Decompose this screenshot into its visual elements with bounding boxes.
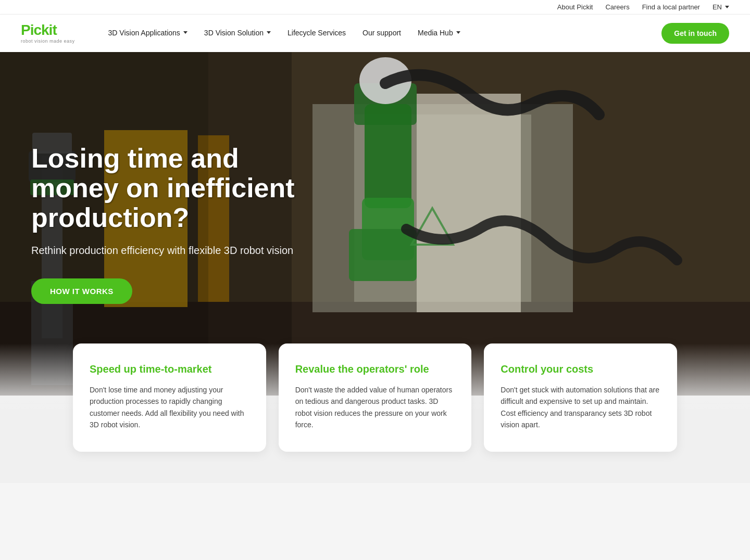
main-nav: Pickit robot vision made easy 3D Vision … (0, 15, 750, 52)
how-it-works-button[interactable]: HOW IT WORKS (31, 278, 132, 304)
nav-media-hub[interactable]: Media Hub (409, 15, 469, 52)
get-in-touch-button[interactable]: Get in touch (661, 23, 729, 44)
card-speed-text: Don't lose time and money adjusting your… (90, 384, 249, 431)
logo-text: Pickit (21, 23, 75, 37)
top-bar: About Pickit Careers Find a local partne… (0, 0, 750, 15)
language-selector[interactable]: EN (712, 3, 729, 11)
cards-section: Speed up time-to-market Don't lose time … (0, 343, 750, 483)
logo-pick: Pick (21, 22, 49, 38)
hero-subtitle: Rethink production efficiency with flexi… (31, 243, 333, 258)
card-costs-text: Don't get stuck with automation solution… (501, 384, 660, 431)
card-speed-title: Speed up time-to-market (90, 362, 249, 376)
logo-it: it (49, 22, 57, 38)
card-speed: Speed up time-to-market Don't lose time … (73, 343, 266, 452)
hero-title: Losing time and money on inefficient pro… (31, 144, 333, 233)
nav-3d-vision-apps[interactable]: 3D Vision Applications (100, 15, 196, 52)
logo[interactable]: Pickit robot vision made easy (21, 23, 75, 44)
chevron-down-icon (456, 31, 460, 34)
nav-support[interactable]: Our support (354, 15, 409, 52)
lang-label: EN (712, 3, 722, 11)
card-operators: Revalue the operators' role Don't waste … (279, 343, 472, 452)
card-operators-title: Revalue the operators' role (295, 362, 455, 376)
nav-3d-vision-solution[interactable]: 3D Vision Solution (196, 15, 279, 52)
chevron-down-icon (183, 31, 188, 34)
chevron-down-icon (725, 6, 729, 8)
about-link[interactable]: About Pickit (557, 3, 593, 11)
chevron-down-icon (267, 31, 271, 34)
careers-link[interactable]: Careers (605, 3, 629, 11)
partner-link[interactable]: Find a local partner (642, 3, 700, 11)
logo-tagline: robot vision made easy (21, 39, 75, 44)
card-costs-title: Control your costs (501, 362, 660, 376)
cards-grid: Speed up time-to-market Don't lose time … (73, 343, 677, 452)
card-operators-text: Don't waste the added value of human ope… (295, 384, 455, 431)
card-costs: Control your costs Don't get stuck with … (484, 343, 677, 452)
nav-lifecycle[interactable]: Lifecycle Services (279, 15, 354, 52)
hero-content: Losing time and money on inefficient pro… (0, 144, 365, 304)
nav-items: 3D Vision Applications 3D Vision Solutio… (100, 15, 654, 52)
svg-rect-6 (417, 94, 521, 312)
svg-rect-9 (365, 104, 411, 208)
